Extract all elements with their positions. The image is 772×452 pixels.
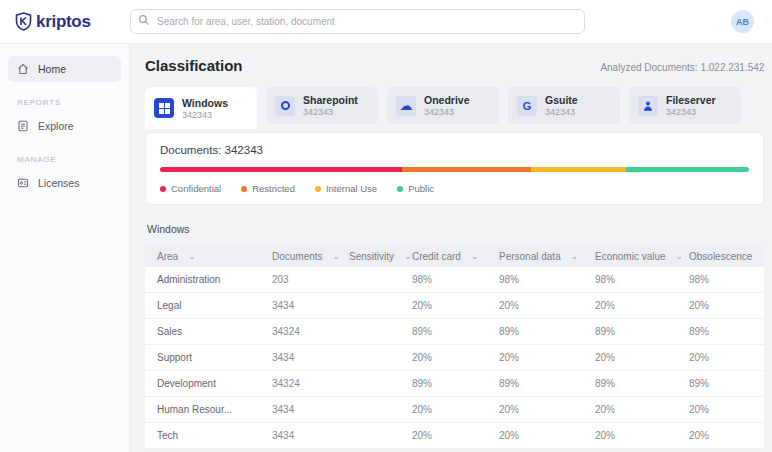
personal-data-cell: 20% [499, 352, 595, 363]
economic-value-cell: 89% [595, 378, 689, 389]
kriptos-logo[interactable]: kriptos [15, 12, 130, 32]
documents-cell: 3434 [272, 300, 349, 311]
table-row[interactable]: Legal 3434 20% 20% 20% 20% [145, 293, 764, 319]
personal-data-cell: 20% [499, 404, 595, 415]
column-header-area[interactable]: Area⌄ [157, 251, 272, 262]
segment-restricted [402, 167, 532, 172]
column-header-personal-data[interactable]: Personal data⌄ [499, 251, 595, 262]
search-input[interactable] [130, 9, 585, 34]
segment-public [626, 167, 750, 172]
documents-cell: 34324 [272, 326, 349, 337]
classification-distribution-bar [160, 167, 749, 172]
economic-value-cell: 20% [595, 404, 689, 415]
tab-sharepoint[interactable]: Sharepoint 342343 [266, 87, 378, 124]
documents-card: Documents: 342343 Confidential Restricte… [145, 132, 764, 205]
credit-card-cell: 20% [412, 300, 499, 311]
sidebar-item-label: Home [38, 63, 66, 75]
sidebar-item-label: Licenses [38, 177, 79, 189]
obsolescence-cell: 98% [689, 274, 752, 285]
column-header-obsolescence[interactable]: Obsolescence [689, 251, 752, 262]
gsuite-g-icon: G [517, 96, 537, 116]
credit-card-cell: 89% [412, 326, 499, 337]
fileserver-icon [638, 96, 658, 116]
tab-windows[interactable]: Windows 342343 [145, 87, 257, 129]
documents-cell: 203 [272, 274, 349, 285]
segment-confidential [160, 167, 402, 172]
economic-value-cell: 20% [595, 430, 689, 441]
search-icon [138, 14, 150, 26]
economic-value-cell: 89% [595, 326, 689, 337]
search-bar [130, 9, 585, 34]
documents-cell: 3434 [272, 430, 349, 441]
obsolescence-cell: 20% [689, 352, 752, 363]
table-row[interactable]: Human Resour... 3434 20% 20% 20% 20% [145, 397, 764, 423]
main-content: Classification Analyzed Documents: 1.022… [130, 44, 772, 452]
tab-onedrive[interactable]: ☁ Onedrive 342343 [387, 87, 499, 124]
obsolescence-cell: 89% [689, 378, 752, 389]
chevron-down-icon: ⌄ [333, 252, 341, 261]
area-cell: Development [157, 378, 272, 389]
tab-fileserver[interactable]: Fileserver 342343 [629, 87, 741, 124]
internal-use-dot-icon [315, 186, 321, 192]
source-tabs: Windows 342343 Sharepoint 342343 ☁ Onedr… [145, 87, 764, 124]
documents-cell: 34324 [272, 378, 349, 389]
chevron-down-icon: ⌄ [471, 252, 479, 261]
personal-data-cell: 98% [499, 274, 595, 285]
chevron-down-icon: ⌄ [571, 252, 579, 261]
area-cell: Tech [157, 430, 272, 441]
table-row[interactable]: Tech 3434 20% 20% 20% 20% [145, 423, 764, 449]
sidebar-section-reports: REPORTS [17, 98, 121, 107]
sidebar-item-explore[interactable]: Explore [8, 113, 121, 139]
page-title: Classification [145, 57, 243, 74]
column-header-economic-value[interactable]: Economic value⌄ [595, 251, 689, 262]
economic-value-cell: 20% [595, 300, 689, 311]
sidebar-section-manage: MANAGE [17, 155, 121, 164]
confidential-dot-icon [160, 186, 166, 192]
document-icon [17, 120, 29, 132]
economic-value-cell: 20% [595, 352, 689, 363]
tab-gsuite[interactable]: G Gsuite 342343 [508, 87, 620, 124]
area-cell: Support [157, 352, 272, 363]
chevron-down-icon: ⌄ [188, 252, 196, 261]
chevron-down-icon: ⌄ [676, 252, 684, 261]
column-header-documents[interactable]: Documents⌄ [272, 251, 349, 262]
personal-data-cell: 89% [499, 326, 595, 337]
area-cell: Administration [157, 274, 272, 285]
personal-data-cell: 20% [499, 300, 595, 311]
legend-item-internal-use: Internal Use [315, 183, 377, 194]
segment-internal-use [531, 167, 625, 172]
credit-card-cell: 89% [412, 378, 499, 389]
areas-table: Area⌄ Documents⌄ Sensitivity⌄ Credit car… [145, 245, 764, 449]
sidebar-item-label: Explore [38, 120, 74, 132]
brand-name: kriptos [36, 12, 91, 32]
sidebar-item-home[interactable]: Home [8, 56, 121, 82]
credit-card-cell: 20% [412, 352, 499, 363]
onedrive-cloud-icon: ☁ [396, 96, 416, 116]
credit-card-cell: 98% [412, 274, 499, 285]
table-row[interactable]: Development 34324 89% 89% 89% 89% [145, 371, 764, 397]
personal-data-cell: 20% [499, 430, 595, 441]
sharepoint-icon [275, 96, 295, 116]
column-header-sensitivity[interactable]: Sensitivity⌄ [349, 251, 412, 262]
avatar[interactable]: AB [731, 10, 754, 33]
public-dot-icon [397, 186, 403, 192]
documents-cell: 3434 [272, 352, 349, 363]
chevron-down-icon: ⌄ [404, 252, 412, 261]
table-row[interactable]: Support 3434 20% 20% 20% 20% [145, 345, 764, 371]
kriptos-shield-icon [15, 12, 32, 31]
sidebar-item-licenses[interactable]: Licenses [8, 170, 121, 196]
analyzed-documents-count: Analyzed Documents: 1.022.231.542 [600, 62, 764, 73]
column-header-credit-card[interactable]: Credit card⌄ [412, 251, 499, 262]
table-row[interactable]: Administration 203 98% 98% 98% 98% [145, 267, 764, 293]
documents-cell: 3434 [272, 404, 349, 415]
legend-item-confidential: Confidential [160, 183, 221, 194]
area-cell: Human Resour... [157, 404, 272, 415]
credit-card-cell: 20% [412, 404, 499, 415]
legend-item-restricted: Restricted [241, 183, 295, 194]
documents-count-title: Documents: 342343 [160, 144, 749, 156]
licenses-icon [17, 177, 29, 189]
obsolescence-cell: 89% [689, 326, 752, 337]
area-cell: Legal [157, 300, 272, 311]
area-cell: Sales [157, 326, 272, 337]
table-row[interactable]: Sales 34324 89% 89% 89% 89% [145, 319, 764, 345]
